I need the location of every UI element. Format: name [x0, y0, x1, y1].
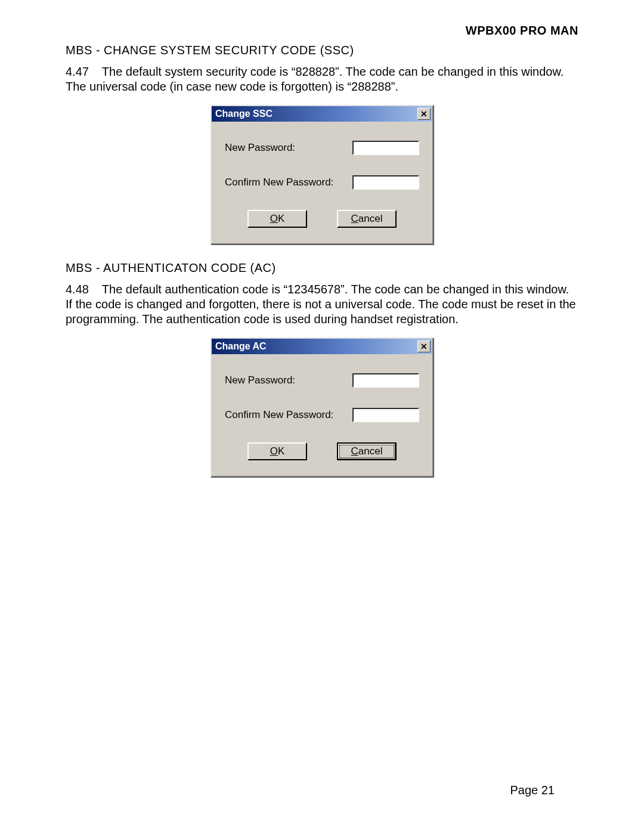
- change-ssc-dialog: Change SSC ✕ New Password: Confirm New P…: [210, 105, 434, 244]
- close-button[interactable]: ✕: [417, 340, 431, 352]
- paragraph-text: The default authentication code is “1234…: [66, 283, 576, 326]
- paragraph-ssc: 4.47 The default system security code is…: [66, 64, 578, 94]
- confirm-password-input[interactable]: [352, 175, 419, 190]
- ok-button[interactable]: OK: [247, 210, 307, 228]
- paragraph-number: 4.47: [66, 65, 89, 78]
- dialog-container-ac: Change AC ✕ New Password: Confirm New Pa…: [66, 337, 578, 477]
- new-password-input[interactable]: [352, 373, 419, 388]
- titlebar-text: Change AC: [215, 341, 267, 352]
- manual-page: WPBX00 PRO MAN MBS - CHANGE SYSTEM SECUR…: [0, 0, 644, 833]
- section-heading-ac: MBS - AUTHENTICATON CODE (AC): [66, 261, 578, 275]
- section-heading-ssc: MBS - CHANGE SYSTEM SECURITY CODE (SSC): [66, 44, 578, 57]
- document-header: WPBX00 PRO MAN: [66, 24, 578, 38]
- new-password-row: New Password:: [225, 141, 419, 155]
- cancel-button-label: Cancel: [351, 213, 383, 225]
- form-area: New Password: Confirm New Password: OK C…: [212, 122, 432, 228]
- confirm-password-row: Confirm New Password:: [225, 408, 419, 422]
- confirm-password-label: Confirm New Password:: [225, 409, 333, 421]
- close-icon: ✕: [420, 342, 428, 351]
- form-area: New Password: Confirm New Password: OK C…: [212, 354, 432, 460]
- paragraph-ac: 4.48 The default authentication code is …: [66, 282, 578, 327]
- page-number: Page 21: [510, 784, 555, 797]
- dialog-container-ssc: Change SSC ✕ New Password: Confirm New P…: [66, 105, 578, 244]
- ok-button-label: OK: [270, 445, 285, 457]
- close-icon: ✕: [420, 110, 428, 118]
- button-row: OK Cancel: [225, 210, 419, 228]
- paragraph-text: The default system security code is “828…: [66, 65, 564, 93]
- titlebar[interactable]: Change SSC ✕: [212, 106, 432, 122]
- titlebar-text: Change SSC: [215, 109, 273, 119]
- cancel-button-label: Cancel: [351, 445, 383, 457]
- new-password-row: New Password:: [225, 373, 419, 388]
- confirm-password-row: Confirm New Password:: [225, 175, 419, 190]
- titlebar[interactable]: Change AC ✕: [212, 339, 432, 354]
- button-row: OK Cancel: [225, 442, 419, 460]
- ok-button-label: OK: [270, 213, 285, 225]
- paragraph-number: 4.48: [66, 283, 89, 296]
- ok-button[interactable]: OK: [247, 442, 307, 460]
- new-password-input[interactable]: [352, 141, 419, 155]
- new-password-label: New Password:: [225, 142, 295, 154]
- cancel-button[interactable]: Cancel: [337, 442, 397, 460]
- cancel-button[interactable]: Cancel: [337, 210, 397, 228]
- confirm-password-input[interactable]: [352, 408, 419, 422]
- new-password-label: New Password:: [225, 374, 295, 386]
- confirm-password-label: Confirm New Password:: [225, 176, 333, 188]
- close-button[interactable]: ✕: [417, 108, 431, 120]
- change-ac-dialog: Change AC ✕ New Password: Confirm New Pa…: [210, 337, 434, 477]
